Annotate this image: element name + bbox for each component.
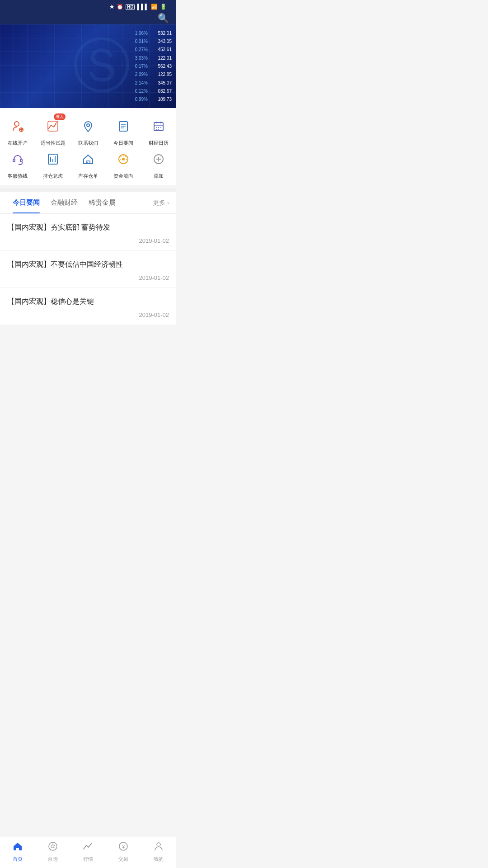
badge-test: 准入 (54, 113, 66, 120)
hero-banner: Ⓢ 1.06% 532.01 0.01% 343.05 0.27% 452.61… (0, 24, 176, 108)
icon-service[interactable]: 客服热线 (2, 148, 33, 179)
icon-label-open-account: 在线开户 (8, 140, 28, 146)
banner-stats: 1.06% 532.01 0.01% 343.05 0.27% 452.61 3… (129, 29, 172, 104)
icons-row-1: 在线开户 准入 适当性试题 联系我们 (0, 115, 176, 146)
icon-today-news[interactable]: 今日要闻 (108, 115, 139, 146)
news-item-news-2[interactable]: 【国内宏观】不要低估中国经济韧性 2019-01-02 (0, 251, 176, 288)
tab-metals[interactable]: 稀贵金属 (83, 192, 121, 213)
icon-label-service: 客服热线 (8, 173, 28, 179)
news-date: 2019-01-02 (7, 311, 169, 318)
tab-more[interactable]: 更多› (153, 199, 169, 207)
icon-contact[interactable]: 联系我们 (72, 115, 104, 146)
svg-point-17 (156, 129, 157, 130)
icon-circle-add (148, 148, 169, 170)
news-title: 【国内宏观】不要低估中国经济韧性 (7, 259, 169, 270)
stat-pct: 0.17% (129, 64, 148, 69)
bull-icon: Ⓢ (66, 45, 138, 87)
icon-label-test: 适当性试题 (41, 140, 66, 146)
icon-circle-open-account (7, 115, 28, 137)
svg-line-29 (126, 156, 127, 157)
news-item-news-1[interactable]: 【国内宏观】夯实底部 蓄势待发 2019-01-02 (0, 214, 176, 251)
stat-val: 452.61 (151, 47, 172, 52)
svg-point-0 (14, 122, 19, 126)
more-label: 更多 (153, 199, 165, 207)
svg-point-16 (160, 127, 161, 128)
icon-circle-service (7, 148, 28, 170)
stat-pct: 0.12% (129, 89, 148, 94)
banner-stat-row: 0.99% 109.73 (129, 97, 172, 102)
news-title: 【国内宏观】夯实底部 蓄势待发 (7, 222, 169, 233)
stat-pct: 2.09% (129, 72, 148, 77)
icon-calendar[interactable]: 财经日历 (143, 115, 174, 146)
section-divider (0, 189, 176, 192)
stat-val: 343.05 (151, 39, 172, 44)
icon-label-capital: 资金流向 (113, 173, 133, 179)
banner-stat-row: 1.06% 532.01 (129, 31, 172, 36)
news-date: 2019-01-02 (7, 274, 169, 281)
tab-finance[interactable]: 金融财经 (45, 192, 83, 213)
banner-stat-row: 0.17% 562.43 (129, 64, 172, 69)
icon-circle-test: 准入 (42, 115, 64, 137)
icon-add[interactable]: 添加 (143, 148, 174, 179)
banner-stat-row: 2.09% 122.85 (129, 72, 172, 77)
banner-stat-row: 3.03% 122.01 (129, 56, 172, 61)
icon-label-warehouse: 库存仓单 (78, 173, 98, 179)
stat-pct: 0.27% (129, 47, 148, 52)
chevron-right-icon: › (167, 200, 169, 206)
svg-point-15 (158, 127, 159, 128)
stat-val: 032.67 (151, 89, 172, 94)
stat-pct: 1.06% (129, 31, 148, 36)
bluetooth-icon: ★ (109, 4, 114, 10)
news-title: 【国内宏观】稳信心是关键 (7, 296, 169, 307)
stat-val: 122.01 (151, 56, 172, 61)
news-item-news-3[interactable]: 【国内宏观】稳信心是关键 2019-01-02 (0, 288, 176, 325)
icon-position[interactable]: 持仓龙虎 (37, 148, 69, 179)
stat-pct: 2.14% (129, 80, 148, 85)
news-list: 【国内宏观】夯实底部 蓄势待发 2019-01-02 【国内宏观】不要低估中国经… (0, 214, 176, 325)
icon-label-position: 持仓龙虎 (43, 173, 63, 179)
stat-val: 532.01 (151, 31, 172, 36)
wifi-icon: 📶 (151, 4, 158, 10)
status-bar: ★ ⏰ HD ▌▌▌ 📶 🔋 (0, 0, 176, 14)
banner-stat-row: 0.01% 343.05 (129, 39, 172, 44)
news-tabs: 今日要闻金融财经稀贵金属更多› (0, 192, 176, 214)
alarm-icon: ⏰ (117, 4, 123, 10)
battery-icon: 🔋 (160, 4, 167, 10)
stat-pct: 0.99% (129, 97, 148, 102)
svg-point-18 (158, 129, 159, 130)
icon-circle-position (42, 148, 64, 170)
banner-stat-row: 2.14% 345.07 (129, 80, 172, 85)
icons-row-2: 客服热线 持仓龙虎 库存仓单 (0, 148, 176, 179)
icon-label-contact: 联系我们 (78, 140, 98, 146)
stat-val: 562.43 (151, 64, 172, 69)
app-header: 🔍 (0, 14, 176, 24)
icon-label-add: 添加 (154, 173, 164, 179)
icon-open-account[interactable]: 在线开户 (2, 115, 33, 146)
banner-stat-row: 0.12% 032.67 (129, 89, 172, 94)
icon-label-today-news: 今日要闻 (113, 140, 133, 146)
stat-val: 345.07 (151, 80, 172, 85)
banner-stat-row: 0.27% 452.61 (129, 47, 172, 52)
svg-rect-20 (20, 159, 22, 162)
tab-today[interactable]: 今日要闻 (7, 192, 45, 213)
svg-point-5 (87, 124, 89, 127)
icon-circle-warehouse (77, 148, 99, 170)
icon-capital[interactable]: 资金流向 (108, 148, 139, 179)
hd-badge: HD (126, 4, 135, 10)
svg-rect-19 (13, 159, 15, 162)
status-icons: ★ ⏰ HD ▌▌▌ 📶 🔋 (109, 4, 169, 10)
icon-circle-today-news (113, 115, 134, 137)
icon-test[interactable]: 准入 适当性试题 (37, 115, 69, 146)
stat-val: 109.73 (151, 97, 172, 102)
news-date: 2019-01-02 (7, 237, 169, 244)
stat-val: 122.85 (151, 72, 172, 77)
search-icon[interactable]: 🔍 (158, 13, 169, 24)
stat-pct: 0.01% (129, 39, 148, 44)
stat-pct: 3.03% (129, 56, 148, 61)
svg-line-30 (121, 156, 122, 157)
svg-point-14 (156, 127, 157, 128)
quick-icons: 在线开户 准入 适当性试题 联系我们 (0, 108, 176, 185)
icon-circle-calendar (148, 115, 169, 137)
icon-warehouse[interactable]: 库存仓单 (72, 148, 104, 179)
tabs-row: 今日要闻金融财经稀贵金属更多› (7, 192, 169, 213)
